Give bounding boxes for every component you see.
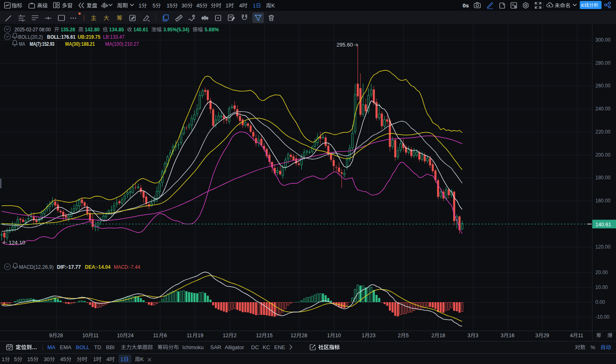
svg-text:5: 5 bbox=[14, 356, 17, 362]
svg-text:280.00: 280.00 bbox=[595, 60, 611, 66]
svg-text:1: 1 bbox=[226, 2, 228, 9]
svg-text:15: 15 bbox=[167, 2, 172, 9]
svg-text:6: 6 bbox=[164, 333, 167, 338]
svg-text:BOLL(20,2): BOLL(20,2) bbox=[18, 34, 43, 40]
svg-text:11: 11 bbox=[93, 333, 99, 338]
svg-text:15: 15 bbox=[267, 333, 273, 338]
svg-text:K: K bbox=[140, 356, 144, 362]
svg-text:24: 24 bbox=[128, 333, 134, 338]
svg-text:9: 9 bbox=[49, 333, 52, 338]
svg-text:240.00: 240.00 bbox=[595, 106, 611, 112]
svg-text:BOLL: BOLL bbox=[76, 344, 89, 350]
svg-text:ENE: ENE bbox=[274, 344, 285, 350]
svg-text:135.28: 135.28 bbox=[61, 27, 75, 33]
svg-text:19: 19 bbox=[197, 333, 203, 338]
svg-text:28: 28 bbox=[301, 333, 307, 338]
svg-text:3: 3 bbox=[475, 333, 478, 338]
svg-text:2: 2 bbox=[398, 333, 401, 338]
svg-text:30: 30 bbox=[44, 356, 49, 362]
svg-text:K: K bbox=[581, 3, 585, 8]
svg-text:295.60: 295.60 bbox=[336, 42, 353, 48]
svg-text:180.00: 180.00 bbox=[595, 175, 611, 181]
svg-text:45: 45 bbox=[60, 356, 66, 362]
svg-text:Alligator: Alligator bbox=[225, 344, 245, 350]
svg-text:10.00: 10.00 bbox=[595, 284, 608, 290]
svg-text:MA(7):152.93: MA(7):152.93 bbox=[30, 41, 54, 47]
svg-text:12: 12 bbox=[291, 333, 296, 338]
svg-text:4: 4 bbox=[239, 2, 242, 9]
svg-text:160.00: 160.00 bbox=[595, 198, 611, 204]
svg-text:1: 1 bbox=[253, 2, 256, 9]
svg-text:3: 3 bbox=[535, 333, 538, 338]
svg-text:0s: 0s bbox=[463, 2, 469, 9]
svg-text:LB:133.47: LB:133.47 bbox=[103, 34, 125, 40]
svg-text:4: 4 bbox=[106, 356, 109, 362]
svg-text:134.85: 134.85 bbox=[109, 27, 124, 33]
svg-text:29: 29 bbox=[543, 333, 549, 338]
svg-text:20.00: 20.00 bbox=[595, 270, 608, 275]
svg-text:MA(100):210.27: MA(100):210.27 bbox=[105, 41, 139, 47]
svg-text:260.00: 260.00 bbox=[595, 83, 611, 89]
svg-text:DEA:-14.04: DEA:-14.04 bbox=[85, 264, 111, 270]
svg-text:BOLL:176.61: BOLL:176.61 bbox=[47, 34, 75, 40]
svg-text:0.00: 0.00 bbox=[595, 299, 605, 305]
svg-text:120.00: 120.00 bbox=[595, 244, 611, 250]
svg-text:2: 2 bbox=[431, 333, 434, 338]
svg-text:3: 3 bbox=[501, 333, 503, 338]
svg-text:1: 1 bbox=[2, 356, 5, 362]
svg-text:5: 5 bbox=[153, 2, 155, 9]
svg-text:K: K bbox=[271, 2, 275, 9]
svg-text:2: 2 bbox=[234, 333, 237, 338]
svg-text:%: % bbox=[590, 344, 595, 350]
svg-text:-10.00: -10.00 bbox=[595, 314, 609, 320]
svg-text:45: 45 bbox=[196, 2, 202, 9]
svg-text:140.61: 140.61 bbox=[595, 222, 611, 228]
svg-text:1: 1 bbox=[139, 2, 141, 9]
svg-text:Ichimoku: Ichimoku bbox=[182, 344, 204, 350]
svg-text:220.00: 220.00 bbox=[595, 129, 611, 135]
svg-text:2025-02-27 08:00: 2025-02-27 08:00 bbox=[14, 27, 51, 33]
svg-text:28: 28 bbox=[57, 333, 63, 338]
svg-text:15: 15 bbox=[27, 356, 33, 362]
svg-text:1: 1 bbox=[327, 333, 330, 338]
svg-text:18: 18 bbox=[440, 333, 445, 338]
svg-text:UB:219.75: UB:219.75 bbox=[78, 34, 101, 40]
svg-text:DC: DC bbox=[251, 344, 259, 350]
svg-text:3.95%(5.34): 3.95%(5.34) bbox=[163, 27, 189, 33]
svg-text:1: 1 bbox=[93, 356, 96, 362]
svg-text:MA: MA bbox=[47, 344, 56, 350]
svg-text:SAR: SAR bbox=[210, 344, 221, 350]
svg-text:300.00: 300.00 bbox=[595, 37, 611, 43]
svg-text:142.80: 142.80 bbox=[85, 27, 100, 33]
svg-text:140.61: 140.61 bbox=[134, 27, 148, 33]
svg-text:16: 16 bbox=[509, 333, 515, 338]
svg-text:1: 1 bbox=[362, 333, 364, 338]
svg-text:124.10: 124.10 bbox=[9, 240, 25, 246]
svg-text:11: 11 bbox=[578, 333, 583, 338]
svg-text:5.88%: 5.88% bbox=[205, 27, 219, 33]
svg-text:KC: KC bbox=[263, 344, 270, 350]
svg-text:200.00: 200.00 bbox=[595, 152, 611, 158]
svg-text:10: 10 bbox=[335, 333, 341, 338]
svg-text:10: 10 bbox=[82, 333, 88, 338]
svg-text:11: 11 bbox=[187, 333, 192, 338]
svg-text:DIF:-17.77: DIF:-17.77 bbox=[57, 264, 81, 270]
svg-text:5: 5 bbox=[406, 333, 409, 338]
svg-text:…: … bbox=[32, 344, 37, 350]
svg-text:MA: MA bbox=[19, 41, 26, 47]
svg-text:BBI: BBI bbox=[106, 344, 115, 350]
svg-text:EMA: EMA bbox=[60, 344, 72, 350]
svg-text:12: 12 bbox=[223, 333, 228, 338]
svg-text:1: 1 bbox=[120, 356, 123, 362]
svg-text:TD: TD bbox=[94, 344, 101, 350]
svg-text:10: 10 bbox=[117, 333, 123, 338]
svg-text:30: 30 bbox=[181, 2, 187, 9]
svg-text:MACD(12,26,9): MACD(12,26,9) bbox=[19, 264, 54, 270]
svg-text:MACD:-7.44: MACD:-7.44 bbox=[114, 264, 140, 270]
svg-text:3: 3 bbox=[468, 333, 470, 338]
svg-text:MA(30):188.21: MA(30):188.21 bbox=[65, 41, 95, 47]
svg-text:4: 4 bbox=[570, 333, 573, 338]
svg-text:12: 12 bbox=[256, 333, 262, 338]
svg-text:11: 11 bbox=[153, 333, 158, 338]
svg-text:23: 23 bbox=[370, 333, 376, 338]
